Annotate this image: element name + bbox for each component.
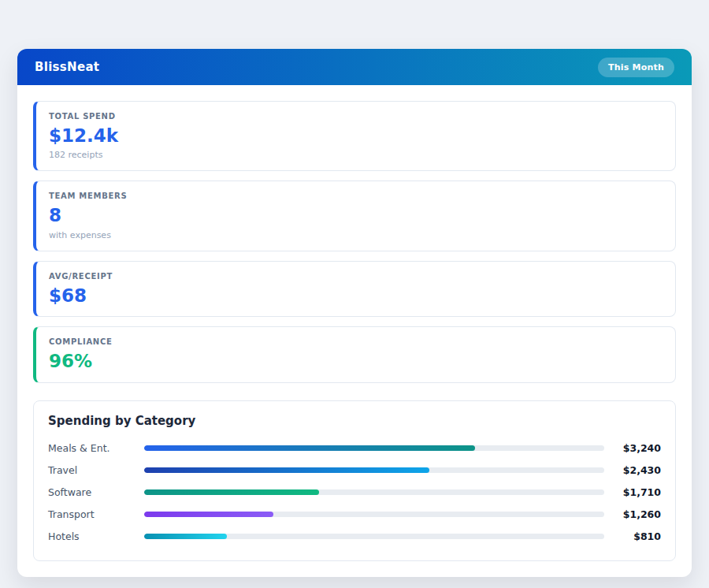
category-value: $810 <box>604 530 661 542</box>
stats-section: TOTAL SPEND $12.4k 182 receipts TEAM MEM… <box>17 85 692 383</box>
category-bar-fill <box>144 467 429 473</box>
stat-label: TEAM MEMBERS <box>49 192 663 200</box>
stat-sub: with expenses <box>49 230 663 240</box>
stat-label: AVG/RECEIPT <box>49 272 663 281</box>
expense-dashboard-card: BlissNeat This Month TOTAL SPEND $12.4k … <box>17 49 692 577</box>
category-bar-fill <box>144 489 319 495</box>
category-row: Transport $1,260 <box>48 504 661 526</box>
category-bar-track <box>144 534 604 539</box>
category-value: $1,260 <box>604 508 661 520</box>
category-row: Travel $2,430 <box>48 460 661 482</box>
spending-by-category-card: Spending by Category Meals & Ent. $3,240… <box>33 400 676 561</box>
stat-card: AVG/RECEIPT $68 <box>33 261 676 317</box>
category-label: Meals & Ent. <box>48 442 144 454</box>
stat-value: 8 <box>49 205 663 225</box>
category-label: Travel <box>48 464 144 476</box>
category-bar-track <box>144 489 604 495</box>
category-card-title: Spending by Category <box>48 414 661 428</box>
stat-card: COMPLIANCE 96% <box>33 326 676 382</box>
category-row: Meals & Ent. $3,240 <box>48 437 661 460</box>
stat-sub: 182 receipts <box>49 150 663 160</box>
stat-value: $68 <box>49 285 663 306</box>
app-title: BlissNeat <box>35 60 99 74</box>
stat-card: TEAM MEMBERS 8 with expenses <box>33 180 676 251</box>
category-row: Hotels $810 <box>48 526 661 548</box>
category-value: $2,430 <box>604 464 661 476</box>
category-bar-track <box>144 512 604 517</box>
stat-value: 96% <box>49 351 663 371</box>
category-label: Transport <box>48 508 144 520</box>
category-bar-track <box>144 445 604 451</box>
stat-label: TOTAL SPEND <box>49 112 663 121</box>
category-bar-fill <box>144 445 475 451</box>
category-row: Software $1,710 <box>48 482 661 504</box>
stat-label: COMPLIANCE <box>49 337 663 346</box>
stat-value: $12.4k <box>49 125 663 146</box>
category-label: Software <box>48 486 144 498</box>
category-value: $3,240 <box>604 442 661 454</box>
category-label: Hotels <box>48 530 144 542</box>
category-value: $1,710 <box>604 486 661 498</box>
stat-card: TOTAL SPEND $12.4k 182 receipts <box>33 101 676 171</box>
category-bar-fill <box>144 534 227 539</box>
category-bar-track <box>144 467 604 473</box>
period-badge[interactable]: This Month <box>598 58 674 77</box>
app-header: BlissNeat This Month <box>17 49 692 85</box>
category-bar-fill <box>144 512 273 517</box>
